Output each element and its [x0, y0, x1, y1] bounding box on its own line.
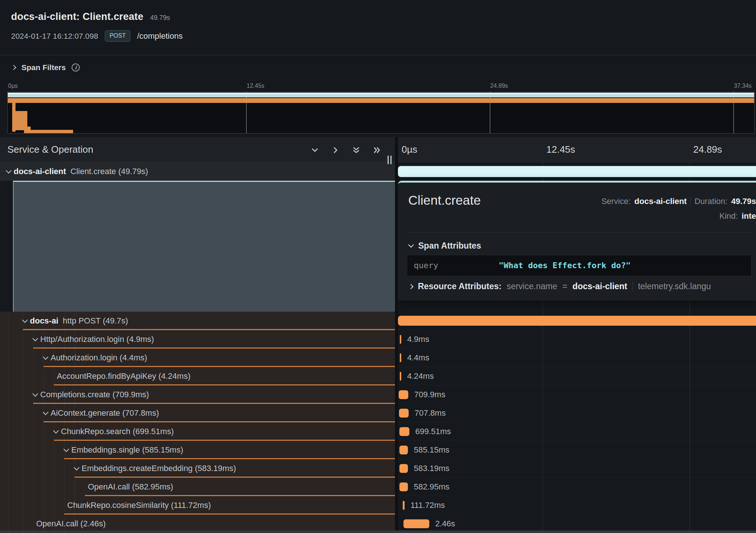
splitter-drag-handle[interactable]: ||: [387, 154, 394, 165]
span-bar[interactable]: [399, 427, 409, 436]
waterfall-row: 4.9ms: [398, 330, 756, 349]
span-bar[interactable]: [399, 446, 408, 454]
timeline-header: 0µs 12.45s 24.89s: [398, 137, 756, 162]
span-tree-row[interactable]: OpenAI.call (582.95ms): [0, 478, 395, 496]
operation-name: Embeddings.single (585.15ms): [71, 445, 183, 455]
span-row-label: OpenAI.call (2.46s): [36, 519, 106, 529]
divider: [690, 197, 691, 206]
resource-extra: telemetry.sdk.langu: [638, 281, 711, 291]
span-tree-row[interactable]: AiContext.generate (707.8ms): [0, 404, 395, 422]
waterfall-row: 583.19ms: [398, 459, 756, 478]
chevron-right-icon: [409, 284, 413, 289]
span-tree-row[interactable]: Embeddings.createEmbedding (583.19ms): [0, 459, 395, 478]
expand-all-icon[interactable]: [372, 145, 382, 155]
timeline-minimap[interactable]: [7, 91, 755, 134]
minimap-tick: 24.89s: [490, 83, 508, 89]
request-path: /completions: [137, 31, 183, 41]
span-duration-label: 4.24ms: [407, 371, 434, 381]
waterfall-row: 4.24ms: [398, 367, 756, 385]
operation-name: ChunkRepo.search (699.51ms): [61, 427, 174, 436]
chevron-down-icon[interactable]: [6, 167, 12, 173]
indent-guide: [44, 312, 44, 533]
span-bar[interactable]: [400, 335, 401, 344]
span-tree-row[interactable]: ChunkRepo.cosineSimilarity (111.72ms): [0, 496, 395, 515]
span-duration-label: 583.19ms: [414, 464, 450, 473]
span-row-label: docs-aihttp POST (49.7s): [23, 316, 128, 326]
span-row-label: Embeddings.single (585.15ms): [64, 445, 183, 455]
span-filters-label: Span Filters: [21, 63, 66, 72]
waterfall-row: 111.72ms: [398, 496, 756, 515]
duration-label: Duration:: [694, 197, 727, 206]
page-title: docs-ai-client: Client.create: [11, 11, 143, 23]
divider: [408, 232, 752, 233]
operation-name: ChunkRepo.cosineSimilarity (111.72ms): [67, 501, 211, 510]
span-bar[interactable]: [398, 316, 756, 326]
span-attributes-toggle[interactable]: Span Attributes: [409, 241, 481, 251]
span-bar[interactable]: [403, 519, 429, 528]
operation-name: Completions.create (709.9ms): [40, 390, 149, 399]
span-bar[interactable]: [400, 372, 401, 381]
operation-name: AiContext.generate (707.8ms): [51, 408, 159, 418]
http-method-badge: POST: [105, 30, 131, 42]
span-tree-row[interactable]: docs-ai-clientClient.create (49.79s): [0, 162, 395, 181]
attribute-key: query: [414, 261, 438, 270]
trace-timestamp: 2024-01-17 16:12:07.098: [11, 32, 98, 41]
panel-splitter[interactable]: [395, 137, 398, 533]
minimap-span-cluster: [12, 111, 27, 130]
span-duration-label: 707.8ms: [415, 408, 446, 418]
duration-value: 49.79s: [731, 197, 756, 206]
span-tree-row[interactable]: Http/Authorization.login (4.9ms): [0, 330, 395, 349]
span-tree-row[interactable]: Authorization.login (4.4ms): [0, 349, 395, 367]
waterfall-row: 582.95ms: [398, 478, 756, 496]
span-tree-row[interactable]: Completions.create (709.9ms): [0, 385, 395, 404]
span-bar[interactable]: [399, 464, 408, 473]
span-duration-label: 111.72ms: [410, 501, 445, 510]
window-bottom-edge: [0, 530, 756, 533]
collapse-one-icon[interactable]: [310, 145, 320, 155]
span-filters-section: Span Filters i: [0, 56, 756, 82]
span-duration-label: 4.9ms: [407, 335, 429, 344]
indent-guide: [23, 312, 23, 533]
operation-name: http POST (49.7s): [63, 316, 128, 326]
span-bar[interactable]: [403, 501, 405, 510]
indent-guide: [33, 312, 34, 533]
chevron-right-icon: [11, 65, 16, 70]
span-filters-toggle[interactable]: Span Filters i: [12, 63, 80, 72]
minimap-tick: 37.34s: [734, 83, 752, 89]
span-row-label: ChunkRepo.cosineSimilarity (111.72ms): [67, 501, 211, 510]
operation-name: OpenAI.call (582.95ms): [88, 482, 173, 492]
chevron-down-icon: [408, 242, 414, 248]
span-tree-row[interactable]: docs-aihttp POST (49.7s): [0, 312, 395, 330]
span-attributes-label: Span Attributes: [418, 241, 481, 251]
span-tree-row[interactable]: AccountRepo.findByApiKey (4.24ms): [0, 367, 395, 385]
expand-one-icon[interactable]: [331, 145, 340, 155]
indent-guide: [64, 312, 65, 533]
span-tree-row[interactable]: ChunkRepo.search (699.51ms): [0, 422, 395, 441]
span-bar[interactable]: [399, 482, 408, 491]
span-row-label: AiContext.generate (707.8ms): [44, 408, 159, 418]
span-bar[interactable]: [399, 390, 408, 399]
span-row-label: ChunkRepo.search (699.51ms): [54, 427, 174, 436]
service-label: Service:: [601, 197, 630, 206]
operation-name: Client.create (49.79s): [71, 167, 148, 176]
span-bar[interactable]: [400, 353, 401, 362]
info-icon[interactable]: i: [72, 63, 80, 72]
span-detail-title: Client.create: [408, 193, 481, 208]
collapse-all-icon[interactable]: [351, 145, 361, 155]
span-bar[interactable]: [399, 409, 409, 418]
operation-name: OpenAI.call (2.46s): [36, 519, 106, 529]
resource-value: docs-ai-client: [573, 281, 627, 291]
resource-attributes-toggle[interactable]: Resource Attributes: service.name = docs…: [409, 281, 756, 291]
indent-guide: [54, 312, 54, 533]
kind-label: Kind:: [719, 211, 738, 221]
resource-key: service.name: [507, 281, 557, 291]
selected-span-expanded-region[interactable]: [13, 181, 395, 312]
span-tree-row[interactable]: Embeddings.single (585.15ms): [0, 441, 395, 459]
span-row-label: Authorization.login (4.4ms): [44, 353, 147, 363]
indent-guide: [75, 312, 75, 533]
service-operation-title: Service & Operation: [7, 144, 93, 155]
span-bar[interactable]: [398, 166, 756, 177]
trace-duration: 49.79s: [150, 14, 170, 22]
divider: [632, 282, 633, 291]
waterfall-row: 4.4ms: [398, 349, 756, 367]
